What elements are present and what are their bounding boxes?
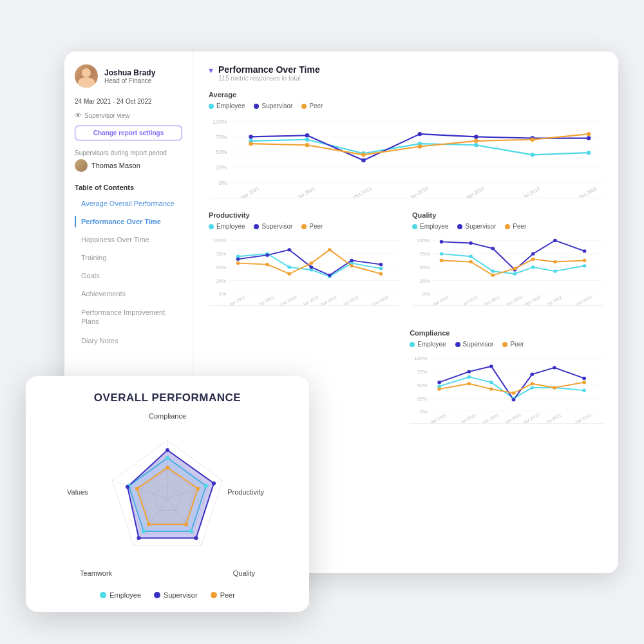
qual-peer-dot — [505, 224, 510, 229]
svg-text:Oct 2022: Oct 2022 — [574, 294, 592, 305]
svg-point-93 — [440, 240, 444, 243]
svg-point-23 — [587, 136, 591, 140]
toc-item-goals[interactable]: Goals — [75, 270, 182, 281]
svg-point-18 — [305, 133, 310, 137]
svg-text:50%: 50% — [216, 149, 227, 155]
svg-text:Jan 2022: Jan 2022 — [301, 294, 319, 305]
svg-point-21 — [474, 135, 478, 138]
average-chart-label: Average — [209, 91, 603, 99]
svg-point-139 — [468, 382, 471, 385]
comp-legend-emp: Employee — [410, 341, 446, 348]
svg-point-103 — [513, 267, 517, 270]
quality-svg: 100% 75% 50% 25% 0% — [412, 235, 603, 305]
svg-point-106 — [583, 259, 587, 262]
svg-point-26 — [361, 153, 366, 156]
svg-text:Jul 2022: Jul 2022 — [546, 295, 563, 305]
svg-point-30 — [587, 132, 591, 136]
svg-text:25%: 25% — [417, 396, 428, 402]
qual-legend-sup: Supervisor — [457, 223, 496, 230]
toc-item-pip[interactable]: Performance Improvement Plans — [75, 306, 182, 328]
svg-point-170 — [212, 482, 216, 486]
svg-point-94 — [469, 242, 473, 245]
average-chart-container: Average Employee Supervisor Peer — [209, 91, 603, 198]
svg-point-64 — [287, 272, 291, 276]
svg-point-104 — [531, 258, 535, 261]
svg-text:Oct 2022: Oct 2022 — [578, 185, 598, 198]
svg-text:25%: 25% — [216, 278, 226, 284]
overall-sup-dot — [154, 592, 160, 598]
svg-point-90 — [531, 265, 535, 269]
svg-point-63 — [265, 263, 269, 266]
prod-legend-emp: Employee — [209, 223, 245, 230]
average-svg: 100% 75% 50% 25% 0% — [209, 115, 603, 198]
supervisor-avatar — [75, 159, 88, 172]
svg-text:0%: 0% — [219, 292, 227, 298]
user-name: Joshua Brady — [104, 68, 155, 77]
overall-legend: Employee Supervisor Peer — [44, 591, 291, 599]
productivity-svg: 100% 75% 50% 25% 0% — [209, 235, 399, 305]
radar-label-values: Values — [67, 488, 88, 496]
supervisor-name: Thomas Mason — [91, 162, 140, 169]
qual-legend-peer: Peer — [505, 223, 526, 230]
svg-text:Jul 2022: Jul 2022 — [545, 413, 563, 423]
svg-text:Apr 2022: Apr 2022 — [522, 412, 541, 423]
radar-label-productivity: Productivity — [227, 488, 264, 496]
svg-point-86 — [440, 252, 444, 255]
svg-text:50%: 50% — [417, 383, 428, 388]
toc-item-diary[interactable]: Diary Notes — [75, 335, 182, 346]
peer-dot — [301, 104, 307, 109]
svg-point-16 — [587, 151, 591, 155]
toc-item-average[interactable]: Average Overall Performance — [75, 198, 182, 209]
overall-legend-employee: Employee — [100, 591, 141, 599]
overall-performance-card: OVERALL PERFORMANCE Compliance Productiv… — [26, 376, 309, 612]
svg-text:75%: 75% — [216, 252, 226, 258]
svg-point-105 — [553, 260, 557, 263]
toc-item-training[interactable]: Training — [75, 252, 182, 263]
svg-point-136 — [553, 366, 556, 369]
svg-point-67 — [350, 264, 354, 267]
svg-point-57 — [287, 248, 291, 251]
svg-point-169 — [166, 448, 169, 452]
eye-icon: 👁 — [75, 111, 82, 119]
svg-text:Jul 2021: Jul 2021 — [258, 295, 275, 305]
svg-point-143 — [553, 386, 556, 389]
supervisors-label: Supervisors during report period — [75, 149, 182, 156]
supervisor-name-row: Thomas Mason — [75, 159, 182, 172]
overall-performance-title: OVERALL PERFORMANCE — [44, 392, 291, 404]
svg-point-55 — [236, 258, 240, 261]
supervisor-section: Supervisors during report period Thomas … — [75, 149, 182, 172]
svg-point-126 — [489, 381, 493, 384]
svg-text:Jan 2022: Jan 2022 — [409, 185, 430, 198]
radar-label-quality: Quality — [233, 569, 255, 577]
svg-point-130 — [582, 389, 586, 392]
productivity-chart-container: Productivity Employee Supervisor Peer — [209, 211, 399, 306]
comp-peer-dot — [502, 342, 507, 347]
svg-point-95 — [491, 247, 495, 250]
svg-text:Jul 2021: Jul 2021 — [462, 295, 478, 305]
legend-peer: Peer — [301, 102, 323, 109]
svg-text:0%: 0% — [219, 180, 227, 186]
overall-legend-supervisor: Supervisor — [154, 591, 198, 599]
svg-point-60 — [350, 259, 354, 262]
svg-text:Jan 2022: Jan 2022 — [504, 412, 522, 423]
svg-point-100 — [440, 259, 444, 262]
change-report-settings-button[interactable]: Change report settings — [75, 126, 182, 140]
toc-item-achievements[interactable]: Achievements — [75, 288, 182, 299]
two-col-charts: Productivity Employee Supervisor Peer — [209, 211, 603, 319]
quality-chart: 100% 75% 50% 25% 0% — [412, 235, 603, 306]
comp-legend-peer: Peer — [502, 341, 524, 348]
svg-point-164 — [166, 456, 169, 460]
legend-supervisor: Supervisor — [254, 102, 292, 109]
svg-text:100%: 100% — [213, 238, 227, 244]
svg-point-125 — [468, 375, 471, 379]
svg-point-58 — [310, 265, 314, 269]
svg-point-89 — [513, 272, 517, 276]
prod-emp-dot — [209, 224, 214, 229]
svg-point-128 — [531, 386, 535, 389]
svg-text:Apr 2021: Apr 2021 — [240, 185, 260, 198]
average-legend: Employee Supervisor Peer — [209, 102, 603, 109]
prod-peer-dot — [301, 224, 307, 229]
toc-item-performance[interactable]: Performance Over Time — [75, 216, 182, 227]
svg-text:75%: 75% — [216, 134, 227, 140]
toc-item-happiness[interactable]: Happiness Over Time — [75, 234, 182, 245]
